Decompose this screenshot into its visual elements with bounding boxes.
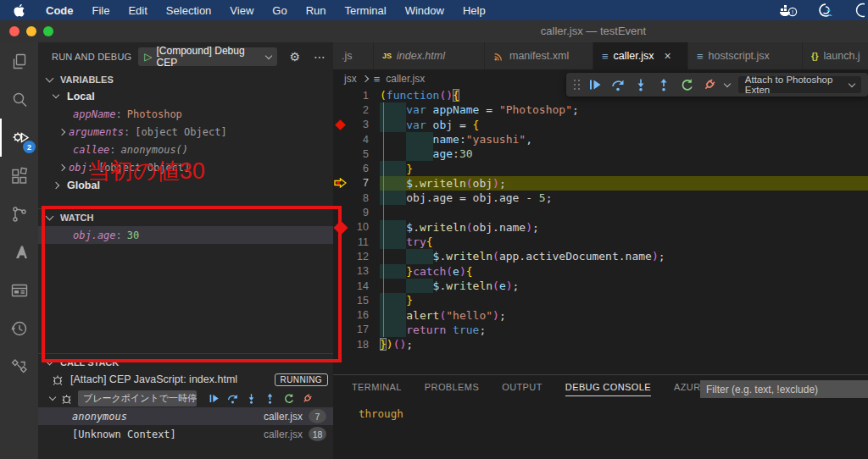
call-stack-section-header[interactable]: CALL STACK xyxy=(38,353,333,370)
breadcrumb-file[interactable]: caller.jsx xyxy=(386,73,425,85)
panel-tab-debug-console[interactable]: DEBUG CONSOLE xyxy=(565,382,651,396)
code-line-text: $.writeln(obj); xyxy=(380,176,868,191)
creative-cloud-icon[interactable] xyxy=(815,3,836,18)
variable-row-callee[interactable]: callee:anonymous() xyxy=(38,141,333,158)
code-gutter[interactable]: 17 xyxy=(333,323,380,337)
step-out-button[interactable] xyxy=(264,393,275,404)
debug-settings-gear-icon[interactable]: ⚙ xyxy=(289,50,300,64)
zoom-window-button[interactable] xyxy=(43,26,53,36)
restart-button[interactable] xyxy=(680,78,693,91)
step-over-button[interactable] xyxy=(611,78,625,91)
browser-preview-icon[interactable] xyxy=(0,271,38,309)
apple-icon[interactable] xyxy=(14,4,25,17)
start-debug-icon[interactable]: ▷ xyxy=(144,51,152,63)
stack-frame-row[interactable]: [Unknown Context]caller.jsx18 xyxy=(38,425,333,443)
azure-icon[interactable] xyxy=(0,233,38,271)
code-gutter[interactable]: 5 xyxy=(333,147,380,161)
code-line-5: 5age:30 xyxy=(333,147,868,161)
breakpoint-icon[interactable] xyxy=(333,121,348,129)
menu-item-help[interactable]: Help xyxy=(453,4,495,17)
panel-tab-terminal[interactable]: TERMINAL xyxy=(352,382,402,396)
code-gutter[interactable]: 18 xyxy=(333,337,380,351)
code-editor[interactable]: 1(function(){2var appName = "Photoshop";… xyxy=(333,88,868,351)
scope-row-global[interactable]: Global xyxy=(38,176,333,194)
code-gutter[interactable]: 16 xyxy=(333,307,380,322)
partial-status-icon[interactable] xyxy=(853,3,865,18)
code-gutter[interactable]: 13 xyxy=(333,264,380,279)
continue-button[interactable] xyxy=(209,393,220,404)
code-gutter[interactable]: 2 xyxy=(333,102,380,117)
menu-item-window[interactable]: Window xyxy=(396,4,453,17)
menu-item-code[interactable]: Code xyxy=(36,4,83,17)
menu-item-edit[interactable]: Edit xyxy=(119,4,156,17)
debug-session-row[interactable]: [Attach] CEP JavaScript: index.html RUNN… xyxy=(38,370,333,389)
attach-session-dropdown[interactable]: Attach to Photoshop Exten xyxy=(738,76,861,93)
close-window-button[interactable] xyxy=(9,26,19,36)
explorer-icon[interactable] xyxy=(0,42,38,80)
code-line-text: })(); xyxy=(380,337,868,351)
more-actions-icon[interactable]: ⋯ xyxy=(314,50,326,64)
code-gutter[interactable]: 15 xyxy=(333,293,380,307)
step-over-button[interactable] xyxy=(227,393,238,404)
variable-row-obj[interactable]: obj:[object Object] xyxy=(38,158,333,176)
menu-item-file[interactable]: File xyxy=(83,4,120,17)
extensions-icon[interactable] xyxy=(0,157,38,195)
code-line-text: alert("hello"); xyxy=(380,307,868,322)
debug-console-filter-input[interactable] xyxy=(700,380,868,398)
step-into-button[interactable] xyxy=(634,78,648,91)
code-gutter[interactable]: 14 xyxy=(333,279,380,293)
menu-item-terminal[interactable]: Terminal xyxy=(336,4,396,17)
code-gutter[interactable]: 1 xyxy=(333,88,380,102)
run-and-debug-icon[interactable]: 2 xyxy=(0,119,38,157)
panel-tab-problems[interactable]: PROBLEMS xyxy=(425,382,479,396)
menu-item-view[interactable]: View xyxy=(220,4,263,17)
menu-item-go[interactable]: Go xyxy=(263,4,296,17)
minimize-window-button[interactable] xyxy=(26,26,36,36)
code-gutter[interactable]: 3 xyxy=(333,118,380,132)
variable-row-arguments[interactable]: arguments:[object Object] xyxy=(38,123,333,141)
step-into-button[interactable] xyxy=(246,393,257,404)
code-gutter[interactable]: 11 xyxy=(333,235,380,249)
variable-row-appName[interactable]: appName:Photoshop xyxy=(38,105,333,123)
disconnect-button[interactable] xyxy=(302,393,313,404)
stack-frame-row[interactable]: anonymouscaller.jsx7 xyxy=(38,407,333,425)
toolbar-drag-handle[interactable] xyxy=(573,79,580,91)
code-gutter[interactable]: 9 xyxy=(333,205,380,219)
code-line-16: 16alert("hello"); xyxy=(333,307,868,322)
run-and-debug-sidebar: RUN AND DEBUG ▷ [Compound] Debug CEP ⚙ ⋯… xyxy=(38,42,333,459)
code-gutter[interactable]: 10 xyxy=(333,220,380,235)
code-gutter[interactable]: 7 xyxy=(333,176,380,191)
search-icon[interactable] xyxy=(0,80,38,119)
code-gutter[interactable]: 8 xyxy=(333,191,380,205)
tab-caller-jsx[interactable]: ≡caller.jsx× xyxy=(593,42,688,69)
disconnect-button[interactable] xyxy=(703,78,716,91)
launch-config-dropdown[interactable]: ▷ [Compound] Debug CEP xyxy=(138,47,277,66)
code-gutter[interactable]: 4 xyxy=(333,132,380,147)
watch-row-obj.age[interactable]: obj.age:30 xyxy=(38,226,333,244)
source-control-icon[interactable] xyxy=(0,195,38,233)
code-gutter[interactable]: 12 xyxy=(333,249,380,263)
scope-row-local[interactable]: Local xyxy=(38,87,333,105)
continue-button[interactable] xyxy=(588,78,602,91)
docker-status-icon[interactable]: ! xyxy=(780,3,798,17)
watch-section-header[interactable]: WATCH xyxy=(38,208,333,226)
code-gutter[interactable]: 6 xyxy=(333,161,380,175)
variables-section-header[interactable]: VARIABLES xyxy=(38,71,333,87)
restart-button[interactable] xyxy=(283,393,294,404)
panel-tab-output[interactable]: OUTPUT xyxy=(502,382,542,396)
tab-manifest-xml[interactable]: manifest.xml xyxy=(485,42,593,69)
test-pipeline-icon[interactable] xyxy=(0,347,38,385)
chevron-down-icon xyxy=(46,74,54,82)
close-tab-icon[interactable]: × xyxy=(665,49,671,63)
breadcrumb-folder[interactable]: jsx xyxy=(344,73,357,85)
tab-hostscript-jsx[interactable]: ≡hostscript.jsx xyxy=(688,42,803,69)
chevron-down-icon[interactable] xyxy=(724,80,731,86)
paused-thread-row[interactable]: ブレークポイントで一時停... xyxy=(38,389,333,407)
menu-item-selection[interactable]: Selection xyxy=(157,4,220,17)
menu-item-run[interactable]: Run xyxy=(297,4,336,17)
tab-index-html[interactable]: JSindex.html xyxy=(374,42,485,69)
tab-launch-j[interactable]: {}launch.j xyxy=(803,42,868,69)
step-out-button[interactable] xyxy=(657,78,670,91)
timeline-history-icon[interactable] xyxy=(0,309,38,347)
tab--js[interactable]: .js xyxy=(333,42,374,69)
